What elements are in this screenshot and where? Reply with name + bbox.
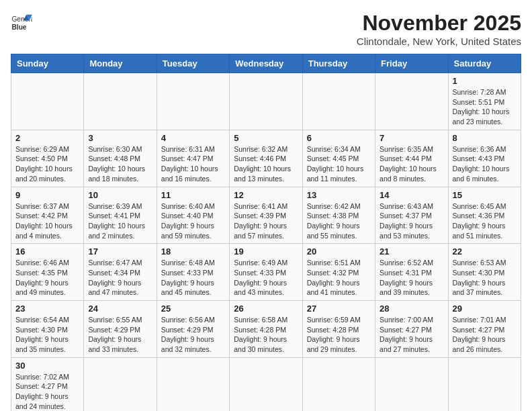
weekday-header-tuesday: Tuesday bbox=[157, 54, 229, 73]
day-number: 27 bbox=[307, 304, 371, 314]
day-number: 25 bbox=[161, 304, 225, 314]
calendar-day-cell: 26Sunrise: 6:58 AM Sunset: 4:28 PM Dayli… bbox=[230, 301, 302, 358]
day-info: Sunrise: 6:51 AM Sunset: 4:32 PM Dayligh… bbox=[307, 258, 371, 298]
day-number: 13 bbox=[307, 190, 371, 200]
day-number: 30 bbox=[15, 361, 79, 371]
day-info: Sunrise: 6:34 AM Sunset: 4:45 PM Dayligh… bbox=[307, 144, 371, 184]
day-info: Sunrise: 6:45 AM Sunset: 4:36 PM Dayligh… bbox=[453, 201, 517, 241]
weekday-header-row: SundayMondayTuesdayWednesdayThursdayFrid… bbox=[11, 54, 521, 73]
calendar-day-cell: 1Sunrise: 7:28 AM Sunset: 5:51 PM Daylig… bbox=[448, 73, 521, 130]
calendar-day-cell: 14Sunrise: 6:43 AM Sunset: 4:37 PM Dayli… bbox=[375, 187, 448, 244]
calendar-table: SundayMondayTuesdayWednesdayThursdayFrid… bbox=[11, 54, 521, 411]
day-number: 23 bbox=[15, 304, 79, 314]
calendar-week-row: 2Sunrise: 6:29 AM Sunset: 4:50 PM Daylig… bbox=[11, 130, 521, 187]
calendar-day-cell: 7Sunrise: 6:35 AM Sunset: 4:44 PM Daylig… bbox=[375, 130, 448, 187]
calendar-day-cell: 21Sunrise: 6:52 AM Sunset: 4:31 PM Dayli… bbox=[375, 244, 448, 301]
calendar-day-cell: 16Sunrise: 6:46 AM Sunset: 4:35 PM Dayli… bbox=[11, 244, 84, 301]
calendar-day-cell: 17Sunrise: 6:47 AM Sunset: 4:34 PM Dayli… bbox=[84, 244, 157, 301]
weekday-header-friday: Friday bbox=[375, 54, 448, 73]
weekday-header-thursday: Thursday bbox=[302, 54, 375, 73]
title-block: November 2025 Clintondale, New York, Uni… bbox=[357, 11, 521, 47]
calendar-day-cell bbox=[230, 357, 302, 411]
day-number: 5 bbox=[234, 133, 298, 143]
weekday-header-monday: Monday bbox=[84, 54, 157, 73]
calendar-day-cell: 15Sunrise: 6:45 AM Sunset: 4:36 PM Dayli… bbox=[448, 187, 521, 244]
calendar-day-cell: 20Sunrise: 6:51 AM Sunset: 4:32 PM Dayli… bbox=[302, 244, 375, 301]
day-info: Sunrise: 6:53 AM Sunset: 4:30 PM Dayligh… bbox=[453, 258, 517, 298]
calendar-subtitle: Clintondale, New York, United States bbox=[357, 36, 521, 47]
calendar-day-cell bbox=[84, 73, 157, 130]
day-number: 7 bbox=[380, 133, 443, 143]
calendar-day-cell: 5Sunrise: 6:32 AM Sunset: 4:46 PM Daylig… bbox=[230, 130, 302, 187]
day-info: Sunrise: 6:29 AM Sunset: 4:50 PM Dayligh… bbox=[15, 144, 79, 184]
day-info: Sunrise: 6:32 AM Sunset: 4:46 PM Dayligh… bbox=[234, 144, 298, 184]
calendar-week-row: 16Sunrise: 6:46 AM Sunset: 4:35 PM Dayli… bbox=[11, 244, 521, 301]
day-info: Sunrise: 6:49 AM Sunset: 4:33 PM Dayligh… bbox=[234, 258, 298, 298]
day-number: 20 bbox=[307, 246, 371, 257]
calendar-week-row: 9Sunrise: 6:37 AM Sunset: 4:42 PM Daylig… bbox=[11, 187, 521, 244]
calendar-week-row: 23Sunrise: 6:54 AM Sunset: 4:30 PM Dayli… bbox=[11, 301, 521, 358]
calendar-day-cell bbox=[157, 357, 229, 411]
day-number: 21 bbox=[380, 246, 443, 257]
day-number: 24 bbox=[88, 304, 152, 314]
day-number: 14 bbox=[380, 190, 443, 200]
logo: General Blue bbox=[11, 11, 32, 32]
day-info: Sunrise: 7:02 AM Sunset: 4:27 PM Dayligh… bbox=[15, 372, 79, 411]
day-info: Sunrise: 6:30 AM Sunset: 4:48 PM Dayligh… bbox=[88, 144, 152, 184]
day-number: 29 bbox=[453, 304, 517, 314]
day-info: Sunrise: 6:54 AM Sunset: 4:30 PM Dayligh… bbox=[15, 315, 79, 355]
day-number: 4 bbox=[161, 133, 225, 143]
day-number: 11 bbox=[161, 190, 225, 200]
calendar-day-cell: 25Sunrise: 6:56 AM Sunset: 4:29 PM Dayli… bbox=[157, 301, 229, 358]
calendar-week-row: 30Sunrise: 7:02 AM Sunset: 4:27 PM Dayli… bbox=[11, 357, 521, 411]
calendar-day-cell: 2Sunrise: 6:29 AM Sunset: 4:50 PM Daylig… bbox=[11, 130, 84, 187]
day-info: Sunrise: 6:43 AM Sunset: 4:37 PM Dayligh… bbox=[380, 201, 443, 241]
day-number: 26 bbox=[234, 304, 298, 314]
day-number: 9 bbox=[15, 190, 79, 200]
day-info: Sunrise: 7:28 AM Sunset: 5:51 PM Dayligh… bbox=[453, 87, 517, 127]
calendar-day-cell: 10Sunrise: 6:39 AM Sunset: 4:41 PM Dayli… bbox=[84, 187, 157, 244]
day-info: Sunrise: 6:48 AM Sunset: 4:33 PM Dayligh… bbox=[161, 258, 225, 298]
day-number: 6 bbox=[307, 133, 371, 143]
day-info: Sunrise: 6:31 AM Sunset: 4:47 PM Dayligh… bbox=[161, 144, 225, 184]
calendar-day-cell: 23Sunrise: 6:54 AM Sunset: 4:30 PM Dayli… bbox=[11, 301, 84, 358]
day-number: 22 bbox=[453, 246, 517, 257]
calendar-day-cell bbox=[157, 73, 229, 130]
day-info: Sunrise: 6:35 AM Sunset: 4:44 PM Dayligh… bbox=[380, 144, 443, 184]
day-number: 3 bbox=[88, 133, 152, 143]
day-info: Sunrise: 6:55 AM Sunset: 4:29 PM Dayligh… bbox=[88, 315, 152, 355]
day-info: Sunrise: 6:58 AM Sunset: 4:28 PM Dayligh… bbox=[234, 315, 298, 355]
day-number: 12 bbox=[234, 190, 298, 200]
day-info: Sunrise: 6:36 AM Sunset: 4:43 PM Dayligh… bbox=[453, 144, 517, 184]
generalblue-logo-icon: General Blue bbox=[11, 11, 32, 32]
day-number: 10 bbox=[88, 190, 152, 200]
day-info: Sunrise: 7:00 AM Sunset: 4:27 PM Dayligh… bbox=[380, 315, 443, 355]
day-info: Sunrise: 6:59 AM Sunset: 4:28 PM Dayligh… bbox=[307, 315, 371, 355]
calendar-day-cell: 12Sunrise: 6:41 AM Sunset: 4:39 PM Dayli… bbox=[230, 187, 302, 244]
calendar-day-cell bbox=[230, 73, 302, 130]
calendar-day-cell bbox=[84, 357, 157, 411]
day-number: 18 bbox=[161, 246, 225, 257]
calendar-day-cell: 27Sunrise: 6:59 AM Sunset: 4:28 PM Dayli… bbox=[302, 301, 375, 358]
calendar-day-cell: 18Sunrise: 6:48 AM Sunset: 4:33 PM Dayli… bbox=[157, 244, 229, 301]
calendar-day-cell: 11Sunrise: 6:40 AM Sunset: 4:40 PM Dayli… bbox=[157, 187, 229, 244]
day-info: Sunrise: 6:56 AM Sunset: 4:29 PM Dayligh… bbox=[161, 315, 225, 355]
day-number: 15 bbox=[453, 190, 517, 200]
calendar-day-cell: 6Sunrise: 6:34 AM Sunset: 4:45 PM Daylig… bbox=[302, 130, 375, 187]
day-info: Sunrise: 6:39 AM Sunset: 4:41 PM Dayligh… bbox=[88, 201, 152, 241]
day-info: Sunrise: 6:40 AM Sunset: 4:40 PM Dayligh… bbox=[161, 201, 225, 241]
weekday-header-sunday: Sunday bbox=[11, 54, 84, 73]
day-info: Sunrise: 6:47 AM Sunset: 4:34 PM Dayligh… bbox=[88, 258, 152, 298]
calendar-day-cell: 24Sunrise: 6:55 AM Sunset: 4:29 PM Dayli… bbox=[84, 301, 157, 358]
calendar-day-cell: 4Sunrise: 6:31 AM Sunset: 4:47 PM Daylig… bbox=[157, 130, 229, 187]
calendar-day-cell: 22Sunrise: 6:53 AM Sunset: 4:30 PM Dayli… bbox=[448, 244, 521, 301]
calendar-day-cell bbox=[302, 73, 375, 130]
calendar-day-cell bbox=[375, 73, 448, 130]
calendar-title: November 2025 bbox=[357, 11, 521, 36]
calendar-day-cell: 9Sunrise: 6:37 AM Sunset: 4:42 PM Daylig… bbox=[11, 187, 84, 244]
calendar-day-cell: 28Sunrise: 7:00 AM Sunset: 4:27 PM Dayli… bbox=[375, 301, 448, 358]
calendar-day-cell: 29Sunrise: 7:01 AM Sunset: 4:27 PM Dayli… bbox=[448, 301, 521, 358]
calendar-week-row: 1Sunrise: 7:28 AM Sunset: 5:51 PM Daylig… bbox=[11, 73, 521, 130]
calendar-day-cell bbox=[302, 357, 375, 411]
header: General Blue November 2025 Clintondale, … bbox=[11, 11, 521, 47]
